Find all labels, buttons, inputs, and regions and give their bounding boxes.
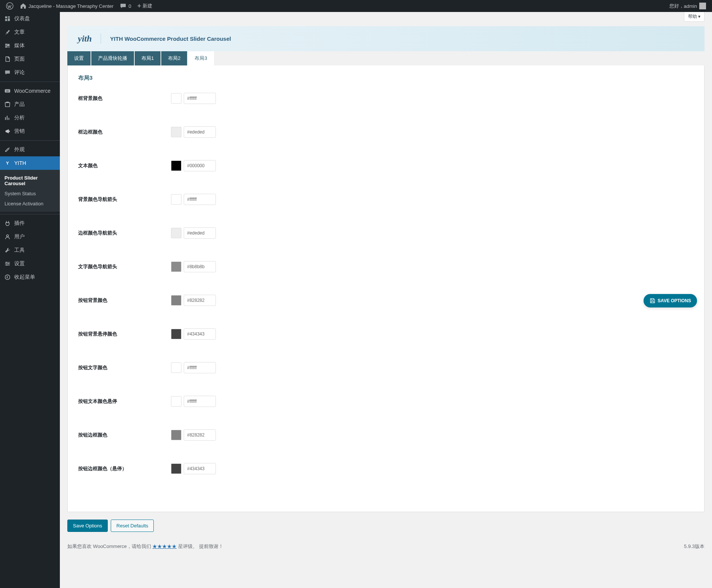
sidebar-item-label: 收起菜单: [14, 274, 35, 281]
color-input[interactable]: [184, 93, 216, 104]
plugins-icon: [4, 220, 11, 227]
svg-point-6: [6, 235, 8, 237]
wp-logo[interactable]: [3, 0, 16, 12]
color-input[interactable]: [184, 396, 216, 407]
color-input[interactable]: [184, 160, 216, 171]
submenu-item[interactable]: License Activation: [0, 199, 60, 209]
color-swatch[interactable]: [171, 362, 181, 373]
color-swatch[interactable]: [171, 463, 181, 474]
svg-text:Y: Y: [6, 160, 9, 165]
field-label: 框背景颜色: [78, 95, 171, 102]
footer-buttons: Save Options Reset Defaults: [67, 520, 705, 532]
submenu-item[interactable]: Product Slider Carousel: [0, 173, 60, 189]
footer: 如果您喜欢 WooCommerce，请给我们 ★★★★★ 星评级。 提前致谢！ …: [67, 543, 705, 550]
color-swatch[interactable]: [171, 127, 181, 137]
sidebar-item-page[interactable]: 页面: [0, 52, 60, 66]
yith-icon: Y: [4, 159, 11, 167]
color-input[interactable]: [184, 227, 216, 239]
color-input[interactable]: [184, 295, 216, 306]
new-link[interactable]: + 新建: [134, 0, 156, 12]
tab-产品滑块轮播[interactable]: 产品滑块轮播: [91, 51, 134, 65]
field-row: 文本颜色: [78, 160, 694, 171]
color-swatch[interactable]: [171, 329, 181, 339]
field-row: 按钮文本颜色悬停: [78, 396, 694, 407]
tab-布局1[interactable]: 布局1: [135, 51, 161, 65]
field-row: 按钮背景悬停颜色: [78, 328, 694, 340]
field-label: 按钮边框颜色: [78, 432, 171, 438]
sidebar-item-users[interactable]: 用户: [0, 230, 60, 244]
field-row: 边框颜色导航箭头: [78, 227, 694, 239]
sidebar-item-label: 设置: [14, 260, 25, 267]
wordpress-icon: [6, 2, 13, 10]
page-icon: [4, 55, 11, 63]
color-swatch[interactable]: [171, 430, 181, 440]
plugin-header: yith YITH WooCommerce Product Slider Car…: [67, 26, 705, 51]
woo-icon: W: [4, 87, 11, 95]
color-swatch[interactable]: [171, 93, 181, 104]
comments-link[interactable]: 0: [116, 0, 134, 12]
sidebar-item-label: 工具: [14, 247, 25, 254]
tab-布局3[interactable]: 布局3: [188, 51, 214, 65]
color-swatch[interactable]: [171, 295, 181, 306]
save-button[interactable]: Save Options: [67, 520, 108, 532]
main-content: 帮助 ▾ yith YITH WooCommerce Product Slide…: [60, 12, 712, 550]
site-link[interactable]: Jacqueline - Massage Theraphy Center: [16, 0, 116, 12]
sidebar-item-media[interactable]: 媒体: [0, 39, 60, 52]
sidebar-item-settings[interactable]: 设置: [0, 257, 60, 270]
color-swatch[interactable]: [171, 160, 181, 171]
sidebar-item-collapse[interactable]: 收起菜单: [0, 270, 60, 284]
sidebar-item-yith[interactable]: Y YITH: [0, 156, 60, 170]
sidebar-item-product[interactable]: 产品: [0, 98, 60, 111]
sidebar-item-dashboard[interactable]: 仪表盘: [0, 12, 60, 25]
sidebar-item-label: 外观: [14, 146, 25, 153]
sidebar-item-analytics[interactable]: 分析: [0, 111, 60, 125]
svg-text:W: W: [6, 89, 9, 93]
color-input[interactable]: [184, 126, 216, 138]
sidebar-item-tools[interactable]: 工具: [0, 244, 60, 257]
svg-point-8: [8, 263, 9, 264]
sidebar-submenu: Product Slider CarouselSystem StatusLice…: [0, 170, 60, 212]
field-label: 按钮文字颜色: [78, 364, 171, 371]
users-icon: [4, 233, 11, 241]
marketing-icon: [4, 128, 11, 135]
color-swatch[interactable]: [171, 396, 181, 407]
collapse-icon: [4, 273, 11, 281]
color-input[interactable]: [184, 328, 216, 340]
tab-布局2[interactable]: 布局2: [161, 51, 187, 65]
color-input[interactable]: [184, 429, 216, 441]
svg-point-1: [6, 44, 7, 45]
help-tab[interactable]: 帮助 ▾: [684, 12, 705, 22]
color-swatch[interactable]: [171, 228, 181, 238]
color-input[interactable]: [184, 362, 216, 373]
plus-icon: +: [137, 2, 141, 10]
reset-button[interactable]: Reset Defaults: [111, 520, 154, 532]
sidebar-item-label: WooCommerce: [14, 88, 51, 94]
tabs: 设置产品滑块轮播布局1布局2布局3: [67, 51, 705, 65]
color-swatch[interactable]: [171, 194, 181, 205]
sidebar-item-appearance[interactable]: 外观: [0, 143, 60, 156]
sidebar-item-woo[interactable]: W WooCommerce: [0, 84, 60, 98]
color-swatch[interactable]: [171, 261, 181, 272]
comment-icon: [4, 69, 11, 76]
field-row: 按钮边框颜色（悬停）: [78, 463, 694, 474]
color-input[interactable]: [184, 261, 216, 272]
submenu-item[interactable]: System Status: [0, 189, 60, 199]
appearance-icon: [4, 146, 11, 153]
sidebar-item-pin[interactable]: 文章: [0, 25, 60, 39]
sidebar-item-comment[interactable]: 评论: [0, 66, 60, 79]
settings-panel: 布局3 框背景颜色 框边框颜色 文本颜色 背景颜色导航箭头 边框颜色导航箭头: [67, 65, 705, 512]
svg-point-2: [6, 46, 7, 48]
sidebar-item-label: YITH: [14, 160, 26, 166]
sidebar-item-marketing[interactable]: 营销: [0, 125, 60, 138]
product-icon: [4, 101, 11, 108]
user-menu[interactable]: 您好， admin: [666, 0, 709, 12]
save-float-button[interactable]: SAVE OPTIONS: [644, 294, 697, 307]
rating-link[interactable]: ★★★★★: [152, 543, 177, 549]
svg-point-9: [6, 264, 7, 266]
color-input[interactable]: [184, 194, 216, 205]
color-input[interactable]: [184, 463, 216, 474]
sidebar-item-plugins[interactable]: 插件: [0, 217, 60, 230]
sidebar-item-label: 插件: [14, 220, 25, 227]
tab-设置[interactable]: 设置: [67, 51, 91, 65]
sidebar-item-label: 产品: [14, 101, 25, 108]
